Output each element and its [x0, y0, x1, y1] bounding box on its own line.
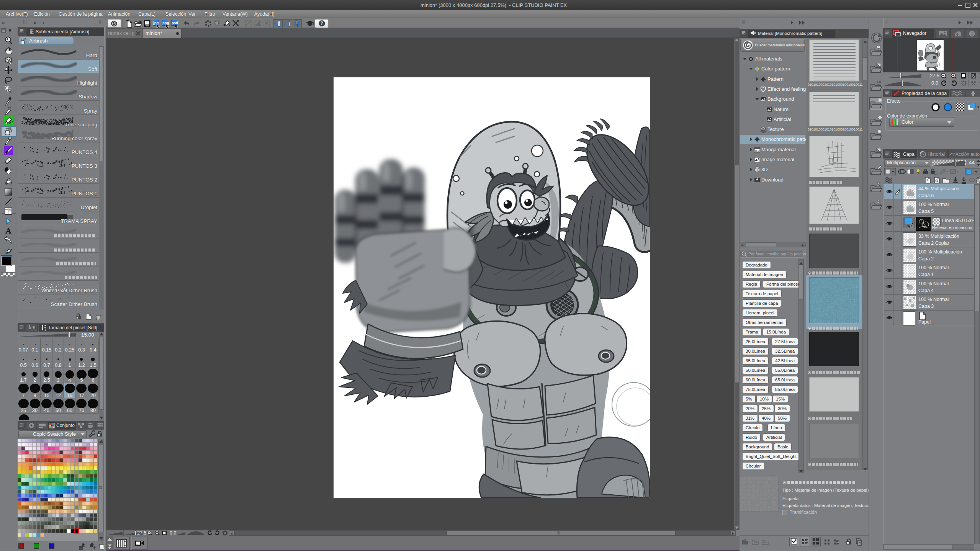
svg-text:?: ?: [321, 21, 323, 26]
